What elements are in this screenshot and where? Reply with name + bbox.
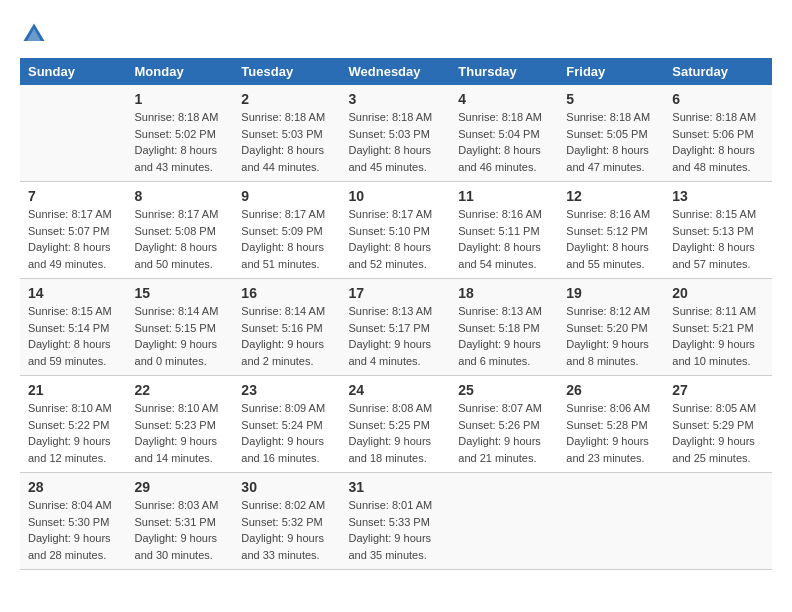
- day-number: 24: [349, 382, 443, 398]
- calendar-cell: 16Sunrise: 8:14 AMSunset: 5:16 PMDayligh…: [233, 279, 340, 376]
- day-number: 16: [241, 285, 332, 301]
- calendar-cell: 11Sunrise: 8:16 AMSunset: 5:11 PMDayligh…: [450, 182, 558, 279]
- day-info: Sunrise: 8:10 AMSunset: 5:23 PMDaylight:…: [135, 400, 226, 466]
- day-info: Sunrise: 8:14 AMSunset: 5:16 PMDaylight:…: [241, 303, 332, 369]
- calendar-cell: 7Sunrise: 8:17 AMSunset: 5:07 PMDaylight…: [20, 182, 127, 279]
- header-day: Friday: [558, 58, 664, 85]
- calendar-week-row: 1Sunrise: 8:18 AMSunset: 5:02 PMDaylight…: [20, 85, 772, 182]
- calendar-cell: [20, 85, 127, 182]
- calendar-cell: 2Sunrise: 8:18 AMSunset: 5:03 PMDaylight…: [233, 85, 340, 182]
- calendar-cell: 20Sunrise: 8:11 AMSunset: 5:21 PMDayligh…: [664, 279, 772, 376]
- calendar-cell: [664, 473, 772, 570]
- logo-icon: [20, 20, 48, 48]
- header-day: Monday: [127, 58, 234, 85]
- calendar-cell: 26Sunrise: 8:06 AMSunset: 5:28 PMDayligh…: [558, 376, 664, 473]
- header-day: Sunday: [20, 58, 127, 85]
- calendar-table: SundayMondayTuesdayWednesdayThursdayFrid…: [20, 58, 772, 570]
- day-number: 19: [566, 285, 656, 301]
- day-info: Sunrise: 8:13 AMSunset: 5:17 PMDaylight:…: [349, 303, 443, 369]
- calendar-cell: [558, 473, 664, 570]
- day-info: Sunrise: 8:14 AMSunset: 5:15 PMDaylight:…: [135, 303, 226, 369]
- header-day: Tuesday: [233, 58, 340, 85]
- day-info: Sunrise: 8:04 AMSunset: 5:30 PMDaylight:…: [28, 497, 119, 563]
- day-number: 22: [135, 382, 226, 398]
- day-info: Sunrise: 8:15 AMSunset: 5:14 PMDaylight:…: [28, 303, 119, 369]
- day-info: Sunrise: 8:10 AMSunset: 5:22 PMDaylight:…: [28, 400, 119, 466]
- day-info: Sunrise: 8:17 AMSunset: 5:07 PMDaylight:…: [28, 206, 119, 272]
- day-number: 20: [672, 285, 764, 301]
- day-info: Sunrise: 8:06 AMSunset: 5:28 PMDaylight:…: [566, 400, 656, 466]
- day-info: Sunrise: 8:13 AMSunset: 5:18 PMDaylight:…: [458, 303, 550, 369]
- calendar-cell: 9Sunrise: 8:17 AMSunset: 5:09 PMDaylight…: [233, 182, 340, 279]
- day-info: Sunrise: 8:18 AMSunset: 5:06 PMDaylight:…: [672, 109, 764, 175]
- day-number: 14: [28, 285, 119, 301]
- header-day: Saturday: [664, 58, 772, 85]
- calendar-cell: 23Sunrise: 8:09 AMSunset: 5:24 PMDayligh…: [233, 376, 340, 473]
- day-info: Sunrise: 8:09 AMSunset: 5:24 PMDaylight:…: [241, 400, 332, 466]
- header-row: SundayMondayTuesdayWednesdayThursdayFrid…: [20, 58, 772, 85]
- calendar-cell: 30Sunrise: 8:02 AMSunset: 5:32 PMDayligh…: [233, 473, 340, 570]
- day-number: 26: [566, 382, 656, 398]
- calendar-cell: 1Sunrise: 8:18 AMSunset: 5:02 PMDaylight…: [127, 85, 234, 182]
- day-number: 18: [458, 285, 550, 301]
- day-number: 21: [28, 382, 119, 398]
- calendar-cell: 29Sunrise: 8:03 AMSunset: 5:31 PMDayligh…: [127, 473, 234, 570]
- calendar-cell: 17Sunrise: 8:13 AMSunset: 5:17 PMDayligh…: [341, 279, 451, 376]
- day-info: Sunrise: 8:16 AMSunset: 5:11 PMDaylight:…: [458, 206, 550, 272]
- calendar-cell: 15Sunrise: 8:14 AMSunset: 5:15 PMDayligh…: [127, 279, 234, 376]
- header-day: Thursday: [450, 58, 558, 85]
- day-number: 6: [672, 91, 764, 107]
- day-number: 2: [241, 91, 332, 107]
- day-number: 11: [458, 188, 550, 204]
- day-info: Sunrise: 8:08 AMSunset: 5:25 PMDaylight:…: [349, 400, 443, 466]
- day-number: 4: [458, 91, 550, 107]
- day-number: 5: [566, 91, 656, 107]
- calendar-cell: 21Sunrise: 8:10 AMSunset: 5:22 PMDayligh…: [20, 376, 127, 473]
- calendar-cell: 6Sunrise: 8:18 AMSunset: 5:06 PMDaylight…: [664, 85, 772, 182]
- day-info: Sunrise: 8:18 AMSunset: 5:05 PMDaylight:…: [566, 109, 656, 175]
- day-number: 17: [349, 285, 443, 301]
- day-info: Sunrise: 8:17 AMSunset: 5:08 PMDaylight:…: [135, 206, 226, 272]
- calendar-cell: 18Sunrise: 8:13 AMSunset: 5:18 PMDayligh…: [450, 279, 558, 376]
- day-number: 30: [241, 479, 332, 495]
- calendar-cell: 25Sunrise: 8:07 AMSunset: 5:26 PMDayligh…: [450, 376, 558, 473]
- calendar-cell: [450, 473, 558, 570]
- day-info: Sunrise: 8:17 AMSunset: 5:10 PMDaylight:…: [349, 206, 443, 272]
- calendar-cell: 13Sunrise: 8:15 AMSunset: 5:13 PMDayligh…: [664, 182, 772, 279]
- calendar-cell: 31Sunrise: 8:01 AMSunset: 5:33 PMDayligh…: [341, 473, 451, 570]
- day-info: Sunrise: 8:17 AMSunset: 5:09 PMDaylight:…: [241, 206, 332, 272]
- day-number: 12: [566, 188, 656, 204]
- calendar-cell: 14Sunrise: 8:15 AMSunset: 5:14 PMDayligh…: [20, 279, 127, 376]
- day-info: Sunrise: 8:18 AMSunset: 5:04 PMDaylight:…: [458, 109, 550, 175]
- day-info: Sunrise: 8:15 AMSunset: 5:13 PMDaylight:…: [672, 206, 764, 272]
- day-number: 23: [241, 382, 332, 398]
- day-number: 8: [135, 188, 226, 204]
- calendar-week-row: 21Sunrise: 8:10 AMSunset: 5:22 PMDayligh…: [20, 376, 772, 473]
- logo: [20, 20, 52, 48]
- calendar-cell: 4Sunrise: 8:18 AMSunset: 5:04 PMDaylight…: [450, 85, 558, 182]
- day-number: 9: [241, 188, 332, 204]
- day-info: Sunrise: 8:07 AMSunset: 5:26 PMDaylight:…: [458, 400, 550, 466]
- day-info: Sunrise: 8:12 AMSunset: 5:20 PMDaylight:…: [566, 303, 656, 369]
- day-info: Sunrise: 8:18 AMSunset: 5:03 PMDaylight:…: [241, 109, 332, 175]
- day-number: 3: [349, 91, 443, 107]
- calendar-week-row: 14Sunrise: 8:15 AMSunset: 5:14 PMDayligh…: [20, 279, 772, 376]
- day-number: 28: [28, 479, 119, 495]
- day-info: Sunrise: 8:05 AMSunset: 5:29 PMDaylight:…: [672, 400, 764, 466]
- day-number: 25: [458, 382, 550, 398]
- calendar-cell: 10Sunrise: 8:17 AMSunset: 5:10 PMDayligh…: [341, 182, 451, 279]
- day-number: 31: [349, 479, 443, 495]
- day-info: Sunrise: 8:01 AMSunset: 5:33 PMDaylight:…: [349, 497, 443, 563]
- calendar-week-row: 7Sunrise: 8:17 AMSunset: 5:07 PMDaylight…: [20, 182, 772, 279]
- calendar-cell: 24Sunrise: 8:08 AMSunset: 5:25 PMDayligh…: [341, 376, 451, 473]
- calendar-cell: 5Sunrise: 8:18 AMSunset: 5:05 PMDaylight…: [558, 85, 664, 182]
- day-number: 13: [672, 188, 764, 204]
- calendar-cell: 19Sunrise: 8:12 AMSunset: 5:20 PMDayligh…: [558, 279, 664, 376]
- header-day: Wednesday: [341, 58, 451, 85]
- day-info: Sunrise: 8:11 AMSunset: 5:21 PMDaylight:…: [672, 303, 764, 369]
- day-number: 29: [135, 479, 226, 495]
- day-number: 7: [28, 188, 119, 204]
- day-info: Sunrise: 8:16 AMSunset: 5:12 PMDaylight:…: [566, 206, 656, 272]
- day-number: 10: [349, 188, 443, 204]
- day-info: Sunrise: 8:02 AMSunset: 5:32 PMDaylight:…: [241, 497, 332, 563]
